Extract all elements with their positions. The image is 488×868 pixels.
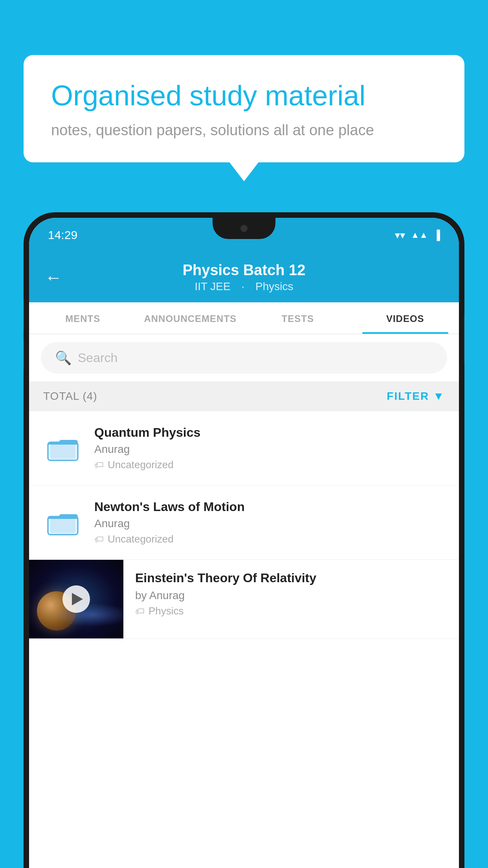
bubble-heading: Organised study material [51,79,437,112]
tab-ments[interactable]: MENTS [29,302,137,334]
power-button [464,314,464,362]
video-author: by Anurag [135,589,447,602]
filter-bar: TOTAL (4) FILTER ▼ [29,381,459,411]
search-bar[interactable]: 🔍 Search [41,342,447,373]
subtitle-physics: Physics [255,280,293,292]
bubble-subtext: notes, question papers, solutions all at… [51,122,437,139]
tag-icon: 🏷 [135,606,145,617]
status-bar: 14:29 ▾▾ ▲▲ ▐ [29,218,459,252]
video-tag: 🏷 Uncategorized [94,533,445,545]
video-title: Einstein's Theory Of Relativity [135,571,447,585]
tabs-bar: MENTS ANNOUNCEMENTS TESTS VIDEOS [29,302,459,334]
play-button[interactable] [62,585,90,613]
battery-icon: ▐ [433,230,440,241]
video-title: Quantum Physics [94,425,445,440]
svg-rect-1 [50,445,75,459]
video-info-newton: Newton's Laws of Motion Anurag 🏷 Uncateg… [94,500,445,545]
speech-bubble-wrapper: Organised study material notes, question… [24,55,464,162]
volume-down-button [24,338,24,370]
batch-title: Physics Batch 12 [183,262,306,279]
search-icon: 🔍 [55,350,72,366]
tag-icon: 🏷 [94,534,104,545]
total-count: TOTAL (4) [43,390,97,403]
video-list: Quantum Physics Anurag 🏷 Uncategorized [29,411,459,868]
video-author: Anurag [94,517,445,530]
volume-up-button [24,299,24,330]
list-item[interactable]: Einstein's Theory Of Relativity by Anura… [29,560,459,639]
back-button[interactable]: ← [45,268,62,287]
batch-subtitle: IIT JEE · Physics [183,280,306,293]
search-container: 🔍 Search [29,334,459,381]
folder-icon-quantum [43,434,83,462]
tag-icon: 🏷 [94,460,104,471]
filter-funnel-icon: ▼ [433,390,445,403]
status-time: 14:29 [48,228,77,242]
list-item[interactable]: Newton's Laws of Motion Anurag 🏷 Uncateg… [29,485,459,560]
folder-icon-newton [43,509,83,536]
subtitle-iit: IIT JEE [194,280,230,292]
app-header: ← Physics Batch 12 IIT JEE · Physics [29,252,459,302]
tab-tests[interactable]: TESTS [244,302,352,334]
status-icons: ▾▾ ▲▲ ▐ [395,229,440,241]
svg-rect-4 [50,519,75,533]
video-thumbnail-einstein [29,560,123,638]
speech-bubble: Organised study material notes, question… [24,55,464,162]
subtitle-sep: · [242,280,245,292]
video-info-einstein: Einstein's Theory Of Relativity by Anura… [123,560,459,628]
screen-content: 14:29 ▾▾ ▲▲ ▐ ← Physics Batch 12 IIT JEE [29,218,459,868]
signal-icon: ▲▲ [411,230,428,240]
filter-button[interactable]: FILTER ▼ [387,390,445,403]
header-title-block: Physics Batch 12 IIT JEE · Physics [183,262,306,293]
video-title: Newton's Laws of Motion [94,500,445,514]
search-input[interactable]: Search [78,351,117,365]
phone-inner: 14:29 ▾▾ ▲▲ ▐ ← Physics Batch 12 IIT JEE [29,218,459,868]
video-info-quantum: Quantum Physics Anurag 🏷 Uncategorized [94,425,445,471]
play-icon [72,593,83,605]
video-author: Anurag [94,443,445,456]
notch [213,218,275,239]
tab-videos[interactable]: VIDEOS [352,302,459,334]
list-item[interactable]: Quantum Physics Anurag 🏷 Uncategorized [29,411,459,485]
video-tag: 🏷 Physics [135,605,447,617]
wifi-icon: ▾▾ [395,229,405,241]
front-camera [240,225,248,232]
video-tag: 🏷 Uncategorized [94,459,445,471]
phone-frame: 14:29 ▾▾ ▲▲ ▐ ← Physics Batch 12 IIT JEE [24,212,464,868]
tab-announcements[interactable]: ANNOUNCEMENTS [137,302,244,334]
